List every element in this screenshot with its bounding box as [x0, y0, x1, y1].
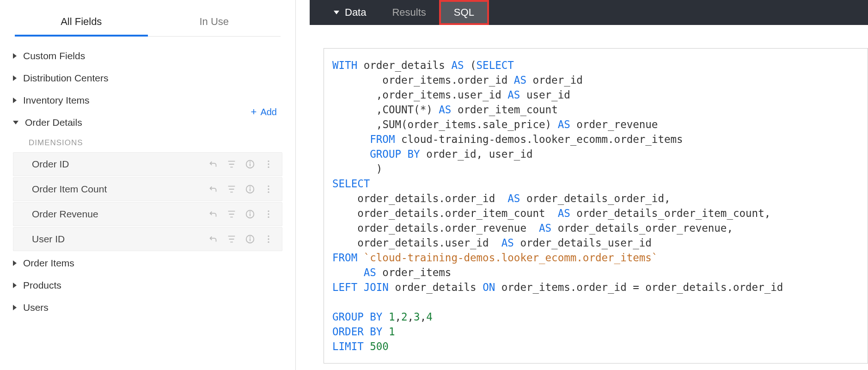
add-label: Add	[260, 107, 277, 117]
filter-icon[interactable]	[226, 234, 237, 244]
dimension-actions	[208, 159, 274, 169]
dimensions-header: DIMENSIONS	[13, 134, 282, 152]
dimension-user-id[interactable]: User ID	[13, 227, 282, 251]
tab-results[interactable]: Results	[379, 0, 439, 25]
filter-icon[interactable]	[226, 184, 237, 194]
plus-icon: +	[251, 106, 257, 118]
tree-item-products[interactable]: Products	[13, 274, 282, 296]
more-icon[interactable]	[263, 234, 274, 244]
svg-point-23	[268, 241, 269, 243]
more-icon[interactable]	[263, 159, 274, 169]
info-icon[interactable]	[245, 159, 255, 169]
svg-point-22	[268, 238, 269, 240]
info-icon[interactable]	[245, 184, 255, 194]
svg-point-4	[268, 163, 269, 165]
chevron-right-icon	[13, 53, 17, 59]
tree-item-custom-fields[interactable]: Custom Fields	[13, 45, 282, 67]
svg-point-3	[268, 160, 269, 162]
tab-data[interactable]: Data	[321, 0, 379, 25]
chevron-right-icon	[13, 75, 17, 81]
pivot-icon[interactable]	[208, 184, 218, 194]
chevron-down-icon	[334, 11, 339, 14]
chevron-right-icon	[13, 305, 17, 310]
tab-in-use[interactable]: In Use	[148, 9, 281, 36]
sidebar: All Fields In Use + Add Custom Fields Di…	[0, 0, 296, 370]
add-button[interactable]: + Add	[251, 106, 277, 118]
tree-item-order-details[interactable]: Order Details	[13, 111, 282, 134]
main-panel: Data Results SQL WITH order_details AS (…	[296, 0, 868, 370]
tree-item-order-items[interactable]: Order Items	[13, 252, 282, 274]
dimension-order-item-count[interactable]: Order Item Count	[13, 177, 282, 201]
tab-sql[interactable]: SQL	[439, 0, 489, 25]
tree-item-users[interactable]: Users	[13, 296, 282, 319]
svg-point-20	[250, 237, 251, 237]
info-icon[interactable]	[245, 234, 255, 244]
sql-code: WITH order_details AS (SELECT order_item…	[324, 48, 868, 364]
dimension-actions	[208, 184, 274, 194]
dimension-actions	[208, 234, 274, 244]
svg-point-14	[250, 212, 251, 212]
pivot-icon[interactable]	[208, 159, 218, 169]
filter-icon[interactable]	[226, 159, 237, 169]
svg-point-11	[268, 191, 269, 193]
filter-icon[interactable]	[226, 209, 237, 219]
svg-point-15	[268, 210, 269, 212]
topbar: Data Results SQL	[310, 0, 868, 25]
tab-all-fields[interactable]: All Fields	[15, 9, 148, 36]
svg-point-10	[268, 188, 269, 190]
svg-point-16	[268, 213, 269, 215]
dimension-order-revenue[interactable]: Order Revenue	[13, 202, 282, 226]
svg-point-9	[268, 185, 269, 187]
dimension-actions	[208, 209, 274, 219]
tree-item-inventory-items[interactable]: Inventory Items	[13, 89, 282, 111]
tree-item-distribution-centers[interactable]: Distribution Centers	[13, 67, 282, 89]
svg-point-2	[250, 162, 251, 162]
chevron-right-icon	[13, 260, 17, 266]
more-icon[interactable]	[263, 209, 274, 219]
svg-point-8	[250, 187, 251, 187]
chevron-right-icon	[13, 283, 17, 288]
chevron-down-icon	[13, 121, 18, 124]
chevron-right-icon	[13, 98, 17, 103]
svg-point-5	[268, 166, 269, 168]
sidebar-tabs: All Fields In Use	[15, 9, 281, 37]
pivot-icon[interactable]	[208, 209, 218, 219]
pivot-icon[interactable]	[208, 234, 218, 244]
svg-point-17	[268, 216, 269, 218]
more-icon[interactable]	[263, 184, 274, 194]
info-icon[interactable]	[245, 209, 255, 219]
svg-point-21	[268, 235, 269, 237]
dimension-order-id[interactable]: Order ID	[13, 152, 282, 176]
field-tree: + Add Custom Fields Distribution Centers…	[0, 45, 295, 319]
